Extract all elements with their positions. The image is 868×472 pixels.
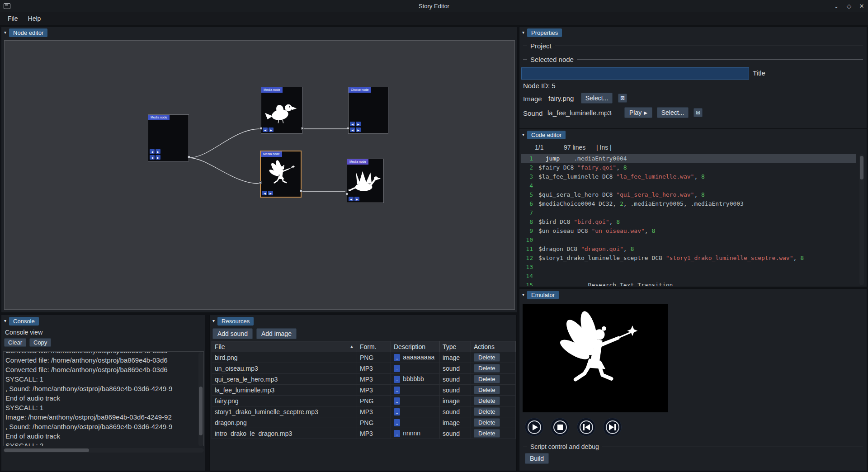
- node-media-intro[interactable]: Media node ◀ ▶ ◀ ▶: [148, 114, 189, 161]
- console-horizontal-scrollbar[interactable]: [3, 448, 204, 453]
- column-header-form[interactable]: Form.: [357, 341, 391, 352]
- code-line[interactable]: 7: [521, 208, 856, 217]
- console-clear-button[interactable]: Clear: [4, 338, 26, 347]
- code-line[interactable]: 2$fairy DC8 "fairy.qoi", 8: [521, 163, 856, 172]
- prev-media-button[interactable]: ◀: [349, 197, 354, 201]
- scrollbar-thumb[interactable]: [199, 387, 203, 435]
- resource-row[interactable]: bird.pngPNG..aaaaaaaaaimageDelete: [212, 352, 516, 363]
- collapse-icon[interactable]: ▾: [212, 319, 215, 323]
- prev-option-button[interactable]: ◀: [350, 127, 355, 132]
- resource-row[interactable]: la_fee_luminelle.mp3MP3..soundDelete: [212, 385, 516, 396]
- code-line[interactable]: 10: [521, 236, 856, 245]
- column-header-type[interactable]: Type: [440, 341, 471, 352]
- prev-media-button[interactable]: ◀: [262, 191, 267, 195]
- collapse-icon[interactable]: ▾: [522, 30, 524, 35]
- next-option-button[interactable]: ▶: [356, 122, 361, 126]
- code-line[interactable]: 12$story1_drako_luminelle_sceptre DC8 "s…: [521, 254, 856, 263]
- edit-description-button[interactable]: ..: [394, 408, 400, 415]
- menu-file[interactable]: File: [3, 13, 23, 24]
- next-media-button[interactable]: ▶: [156, 149, 160, 154]
- console-copy-button[interactable]: Copy: [29, 338, 51, 347]
- code-line[interactable]: 9$un_oiseau DC8 "un_oiseau.wav", 8: [521, 227, 856, 236]
- node-media-fairy[interactable]: Media node ◀ ▶: [260, 151, 302, 198]
- prev-option-button[interactable]: ◀: [350, 122, 355, 126]
- node-choice[interactable]: Choice node ◀ ▶ ◀ ▶: [348, 87, 388, 134]
- node-media-bird[interactable]: Media node ◀ ▶: [261, 87, 302, 134]
- next-media-button[interactable]: ▶: [269, 127, 274, 132]
- close-button[interactable]: ✕: [858, 3, 865, 9]
- code-line[interactable]: 14: [521, 272, 856, 281]
- node-output-pin[interactable]: [300, 189, 302, 192]
- minimize-button[interactable]: ⌄: [833, 3, 840, 9]
- column-header-actions[interactable]: Actions: [471, 341, 516, 352]
- code-area[interactable]: 1 jump .mediaEntry00042$fairy DC8 "fairy…: [521, 154, 856, 286]
- delete-button[interactable]: Delete: [474, 386, 500, 394]
- maximize-button[interactable]: ◇: [845, 3, 853, 9]
- delete-button[interactable]: Delete: [474, 429, 500, 438]
- edit-description-button[interactable]: ..: [394, 419, 400, 426]
- prev-sound-button[interactable]: ◀: [150, 155, 155, 160]
- build-button[interactable]: Build: [525, 453, 549, 464]
- delete-button[interactable]: Delete: [474, 364, 500, 373]
- code-line[interactable]: 4: [521, 181, 856, 190]
- edit-description-button[interactable]: ..: [394, 387, 400, 394]
- image-select-button[interactable]: Select...: [581, 93, 613, 104]
- node-input-pin[interactable]: [259, 127, 262, 130]
- node-input-pin[interactable]: [347, 127, 349, 130]
- resource-row[interactable]: dragon.pngPNG..imageDelete: [212, 417, 516, 428]
- add-image-button[interactable]: Add image: [256, 328, 297, 339]
- edit-description-button[interactable]: ..: [394, 397, 400, 405]
- next-sound-button[interactable]: ▶: [156, 155, 160, 160]
- code-line[interactable]: 6$mediaChoice0004 DC32, 2, .mediaEntry00…: [521, 199, 856, 208]
- emulator-stop-button[interactable]: [551, 418, 569, 436]
- scrollbar-thumb[interactable]: [4, 448, 89, 452]
- menu-help[interactable]: Help: [23, 13, 46, 24]
- node-input-pin[interactable]: [345, 193, 348, 195]
- emulator-next-button[interactable]: [603, 418, 622, 436]
- node-input-pin[interactable]: [259, 181, 262, 184]
- emulator-previous-button[interactable]: [577, 418, 595, 436]
- console-vertical-scrollbar[interactable]: [198, 352, 203, 446]
- code-line[interactable]: 13: [521, 263, 856, 272]
- collapse-icon[interactable]: ▾: [522, 293, 524, 297]
- collapse-icon[interactable]: ▾: [4, 319, 6, 323]
- code-line[interactable]: 8$bird DC8 "bird.qoi", 8: [521, 217, 856, 227]
- node-output-pin[interactable]: [188, 156, 190, 158]
- resource-row[interactable]: un_oiseau.mp3MP3..soundDelete: [212, 363, 516, 374]
- delete-button[interactable]: Delete: [474, 353, 500, 362]
- node-canvas[interactable]: Media node ◀ ▶ ◀ ▶ Media node ◀ ▶ Choi: [4, 40, 515, 310]
- code-scrollbar[interactable]: [859, 154, 864, 285]
- prev-media-button[interactable]: ◀: [150, 149, 155, 154]
- delete-button[interactable]: Delete: [474, 396, 500, 405]
- node-media-dragon[interactable]: Media node ◀ ▶: [347, 159, 384, 203]
- next-media-button[interactable]: ▶: [354, 197, 359, 201]
- delete-button[interactable]: Delete: [474, 418, 500, 427]
- resource-row[interactable]: fairy.pngPNG..imageDelete: [212, 396, 516, 406]
- collapse-icon[interactable]: ▾: [4, 30, 6, 35]
- edit-description-button[interactable]: ..: [394, 354, 400, 361]
- code-line[interactable]: 5$qui_sera_le_hero DC8 "qui_sera_le_hero…: [521, 190, 856, 199]
- collapse-icon[interactable]: ▾: [522, 132, 524, 137]
- sound-clear-button[interactable]: ⊠: [693, 108, 703, 117]
- emulator-play-button[interactable]: [525, 418, 543, 436]
- sound-play-button[interactable]: Play ▶: [624, 107, 652, 118]
- column-header-description[interactable]: Description: [391, 341, 440, 352]
- edit-description-button[interactable]: ..: [394, 365, 400, 372]
- sound-select-button[interactable]: Select...: [657, 107, 689, 118]
- code-line[interactable]: 1 jump .mediaEntry0004: [521, 154, 856, 163]
- next-option-button[interactable]: ▶: [356, 127, 361, 132]
- edit-description-button[interactable]: ..: [394, 376, 400, 383]
- next-media-button[interactable]: ▶: [268, 191, 273, 195]
- edit-description-button[interactable]: ..: [394, 430, 400, 437]
- prev-media-button[interactable]: ◀: [263, 127, 268, 132]
- node-output-pin[interactable]: [301, 127, 304, 130]
- code-line[interactable]: 3$la_fee_luminelle DC8 "la_fee_luminelle…: [521, 172, 856, 181]
- add-sound-button[interactable]: Add sound: [212, 328, 253, 339]
- image-clear-button[interactable]: ⊠: [618, 94, 627, 103]
- code-line[interactable]: 15 Research Text Transition: [521, 281, 856, 286]
- delete-button[interactable]: Delete: [474, 407, 500, 416]
- console-log-area[interactable]: Converted file: /home/anthony/ostproj/ba…: [3, 351, 204, 446]
- resource-row[interactable]: story1_drako_luminelle_sceptre.mp3MP3..s…: [212, 406, 516, 417]
- column-header-file[interactable]: File ▲: [212, 341, 357, 352]
- code-line[interactable]: 11$dragon DC8 "dragon.qoi", 8: [521, 245, 856, 254]
